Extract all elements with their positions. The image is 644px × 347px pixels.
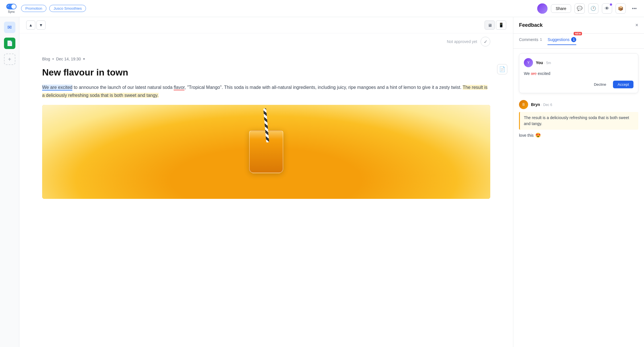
- decline-button[interactable]: Decline: [590, 81, 610, 88]
- panel-tabs: Comments 1 Suggestions 1 NEW: [513, 34, 644, 49]
- straw: [263, 108, 269, 142]
- panel-content: Y You · 5m We are excited Decline Accept: [513, 49, 644, 347]
- more-menu-button[interactable]: •••: [629, 3, 639, 14]
- share-button[interactable]: Share: [551, 4, 571, 13]
- topbar-right: Share 💬 🕐 👁 📦 •••: [537, 3, 639, 14]
- sidebar-mail-icon[interactable]: ✉: [4, 22, 15, 33]
- history-icon: 🕐: [590, 6, 596, 11]
- comment-user-info: Bryn · Dec 6: [531, 102, 552, 107]
- you-avatar: Y: [524, 58, 533, 67]
- right-panel: Feedback × Comments 1 Suggestions 1 NEW …: [513, 17, 644, 347]
- blog-source: Blog: [42, 57, 50, 61]
- avatar-image: [537, 3, 547, 14]
- bryn-avatar: B: [519, 100, 528, 109]
- comment-date: · Dec 6: [541, 103, 552, 107]
- accept-button[interactable]: Accept: [613, 81, 633, 88]
- sync-knob: [11, 4, 16, 9]
- suggestion-time: · 5m: [544, 61, 551, 65]
- notification-dot: [609, 3, 613, 6]
- blog-meta: Blog • Dec 14, 19:30 ▾: [42, 57, 490, 61]
- sidebar-doc-icon[interactable]: 📄: [4, 38, 15, 49]
- chat-icon-button[interactable]: 💬: [575, 3, 585, 14]
- tab-comments[interactable]: Comments 1: [519, 37, 542, 45]
- sync-label: Sync: [8, 10, 15, 13]
- glass: [249, 130, 283, 173]
- eye-icon-button[interactable]: 👁: [602, 3, 612, 14]
- suggestion-user-row: Y You · 5m: [524, 58, 633, 67]
- jusco-smoothies-tag[interactable]: Jusco Smoothies: [49, 5, 86, 12]
- suggestion-text: We are excited: [524, 71, 633, 77]
- topbar: Sync Promotion Jusco Smoothies Share 💬 🕐…: [0, 0, 644, 17]
- sync-toggle[interactable]: [6, 4, 17, 9]
- tab-suggestions[interactable]: Suggestions 1 NEW: [547, 37, 576, 45]
- user-avatar[interactable]: [537, 3, 547, 14]
- article-image: [42, 105, 490, 199]
- approval-status: Not approved yet: [447, 39, 477, 44]
- view-buttons: 🖥 📱: [485, 21, 506, 30]
- history-icon-button[interactable]: 🕐: [588, 3, 598, 14]
- desktop-view-button[interactable]: 🖥: [485, 21, 495, 30]
- mobile-view-button[interactable]: 📱: [496, 21, 506, 30]
- sync-button[interactable]: Sync: [5, 3, 18, 15]
- suggestion-actions: Decline Accept: [524, 81, 633, 88]
- content-area: ▲ ▼ 🖥 📱 Not approved yet ✓ 📄 Blog • Dec …: [19, 17, 513, 347]
- quoted-text: The result is a deliciously refreshing s…: [519, 112, 638, 130]
- highlighted-text: We are excited: [42, 85, 72, 91]
- new-badge: NEW: [574, 32, 582, 35]
- approve-button[interactable]: ✓: [481, 37, 490, 46]
- close-button[interactable]: ×: [635, 22, 638, 28]
- suggestion-user-name: You: [536, 60, 543, 65]
- eye-icon: 👁: [605, 6, 609, 11]
- panel-header: Feedback ×: [513, 17, 644, 34]
- comment-card: B Bryn · Dec 6 The result is a delicious…: [519, 98, 638, 140]
- blog-date: Dec 14, 19:30: [56, 57, 81, 61]
- promotion-tag[interactable]: Promotion: [21, 5, 46, 12]
- suggestions-badge: 1: [571, 37, 576, 42]
- comment-user-row: B Bryn · Dec 6: [519, 100, 638, 109]
- content-scroll[interactable]: 📄 Blog • Dec 14, 19:30 ▾ New flavour in …: [19, 50, 513, 347]
- comments-label: Comments: [519, 37, 538, 42]
- chat-icon: 💬: [577, 6, 583, 11]
- comment-text: love this: [519, 133, 534, 138]
- suggestions-label: Suggestions: [547, 37, 569, 42]
- next-button[interactable]: ▼: [36, 21, 46, 30]
- meta-dot: •: [52, 57, 54, 61]
- nav-arrows: ▲ ▼: [26, 21, 46, 30]
- left-sidebar: ✉ 📄 +: [0, 17, 19, 347]
- comments-count: 1: [540, 38, 542, 42]
- box-icon-button[interactable]: 📦: [616, 3, 626, 14]
- mango-drink: [42, 105, 490, 199]
- comment-user-name: Bryn: [531, 102, 540, 107]
- paragraph-text: to announce the launch of our latest nat…: [42, 85, 487, 97]
- ellipsis-icon: •••: [632, 6, 637, 11]
- approval-bar: Not approved yet ✓: [19, 33, 513, 50]
- topbar-left: Sync Promotion Jusco Smoothies: [5, 3, 537, 15]
- article-body: We are excited to announce the launch of…: [42, 83, 490, 199]
- content-toolbar: ▲ ▼ 🖥 📱: [19, 17, 513, 33]
- doc-float-button[interactable]: 📄: [497, 64, 507, 74]
- user-info: You · 5m: [536, 60, 551, 65]
- misspelled-word: flavor: [174, 85, 184, 90]
- main-container: ✉ 📄 + ▲ ▼ 🖥 📱 Not approved yet ✓ 📄 Blog: [0, 17, 644, 347]
- panel-title: Feedback: [519, 22, 543, 28]
- comment-emoji: 😍: [535, 132, 541, 138]
- highlighted-sentence: The result is a deliciously refreshing s…: [42, 85, 487, 97]
- deleted-text: are: [531, 71, 537, 76]
- article-title: New flavour in town: [42, 67, 490, 78]
- prev-button[interactable]: ▲: [26, 21, 35, 30]
- box-icon: 📦: [618, 6, 624, 11]
- sidebar-add-button[interactable]: +: [4, 54, 15, 65]
- comment-body: love this 😍: [519, 132, 638, 138]
- chevron-down-icon[interactable]: ▾: [83, 57, 85, 61]
- article-paragraph-1: We are excited to announce the launch of…: [42, 83, 490, 99]
- suggestion-card: Y You · 5m We are excited Decline Accept: [519, 53, 638, 93]
